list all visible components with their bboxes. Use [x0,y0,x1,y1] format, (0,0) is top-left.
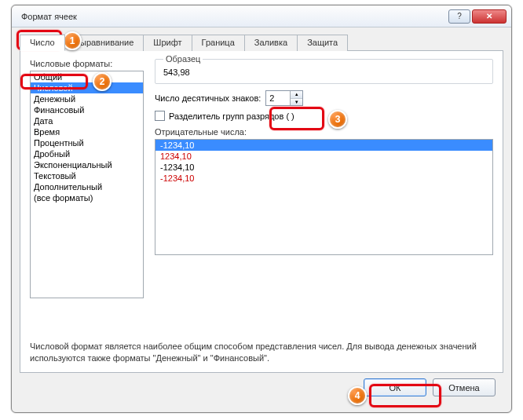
category-item[interactable]: Дата [31,115,143,126]
category-item[interactable]: Денежный [31,93,143,104]
left-column: Числовые форматы: Общий Числовой Денежны… [30,59,144,334]
button-row: ОК Отмена [364,378,496,396]
category-item[interactable]: Общий [31,71,143,82]
help-button[interactable]: ? [448,9,470,24]
category-label: Числовые форматы: [30,59,144,68]
tab-strip: Число Выравнивание Шрифт Граница Заливка… [20,34,503,51]
tab-number[interactable]: Число [20,35,65,51]
tab-fill[interactable]: Заливка [244,35,298,51]
negative-item[interactable]: -1234,10 [155,140,492,151]
separator-label: Разделитель групп разрядов ( ) [169,111,294,121]
spinner-arrows[interactable]: ▲ ▼ [290,91,302,105]
category-item[interactable]: Дополнительный [31,181,143,192]
negative-list[interactable]: -1234,10 1234,10 -1234,10 -1234,10 [155,139,493,255]
chevron-up-icon[interactable]: ▲ [291,91,302,99]
category-list[interactable]: Общий Числовой Денежный Финансовый Дата … [30,71,144,298]
sample-label: Образец [163,54,203,64]
negative-item[interactable]: -1234,10 [155,162,492,173]
separator-checkbox[interactable] [155,111,165,121]
tab-font[interactable]: Шрифт [143,35,192,51]
category-item[interactable]: Процентный [31,137,143,148]
right-column: Образец 543,98 Число десятичных знаков: … [155,59,493,334]
decimals-row: Число десятичных знаков: ▲ ▼ [155,90,493,106]
tab-border[interactable]: Граница [192,35,245,51]
tab-pane: Числовые форматы: Общий Числовой Денежны… [20,51,503,373]
dialog-window: Формат ячеек ? ✕ Число Выравнивание Шриф… [11,5,512,413]
decimals-label: Число десятичных знаков: [155,93,261,103]
sample-group: Образец 543,98 [155,59,493,84]
sample-value: 543,98 [163,68,485,77]
decimals-input[interactable] [266,91,290,105]
category-item[interactable]: (все форматы) [31,192,143,203]
cancel-button[interactable]: Отмена [433,378,496,396]
negative-item[interactable]: 1234,10 [155,151,492,162]
close-button[interactable]: ✕ [472,9,507,24]
category-item[interactable]: Текстовый [31,170,143,181]
category-item[interactable]: Время [31,126,143,137]
chevron-down-icon[interactable]: ▼ [291,99,302,106]
separator-row: Разделитель групп разрядов ( ) [155,111,493,121]
category-item[interactable]: Экспоненциальный [31,159,143,170]
category-item[interactable]: Дробный [31,148,143,159]
negative-label: Отрицательные числа: [155,127,493,137]
titlebar: Формат ячеек ? ✕ [12,5,511,27]
tab-protect[interactable]: Защита [297,35,348,51]
tab-align[interactable]: Выравнивание [64,35,144,51]
window-title: Формат ячеек [21,12,447,21]
decimals-spinner[interactable]: ▲ ▼ [265,90,303,106]
description-text: Числовой формат является наиболее общим … [30,341,493,364]
category-item-selected[interactable]: Числовой [31,82,143,93]
category-item[interactable]: Финансовый [31,104,143,115]
ok-button[interactable]: ОК [364,378,426,396]
negative-item[interactable]: -1234,10 [155,173,492,184]
